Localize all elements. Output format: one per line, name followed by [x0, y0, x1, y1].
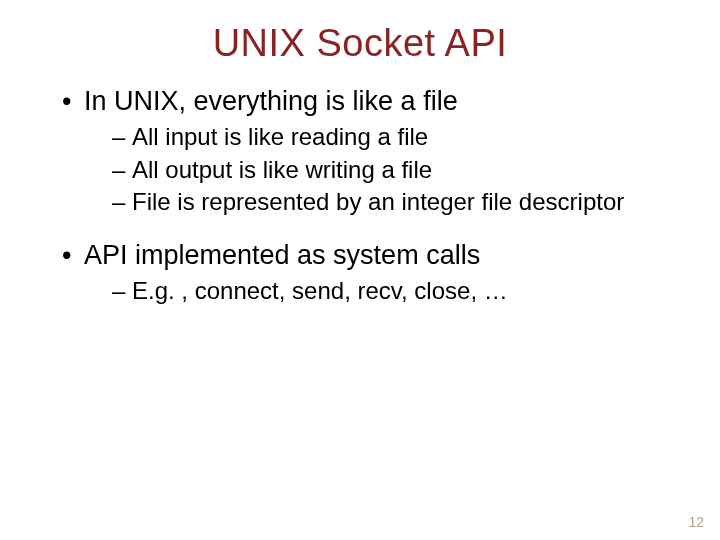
slide-title: UNIX Socket API: [0, 0, 720, 65]
sub-bullet-item: E.g. , connect, send, recv, close, …: [112, 275, 670, 307]
sub-bullet-item: File is represented by an integer file d…: [112, 186, 670, 218]
sub-bullet-item: All input is like reading a file: [112, 121, 670, 153]
sub-bullet-list: All input is like reading a file All out…: [84, 121, 670, 218]
page-number: 12: [688, 514, 704, 530]
sub-bullet-list: E.g. , connect, send, recv, close, …: [84, 275, 670, 307]
sub-bullet-item: All output is like writing a file: [112, 154, 670, 186]
slide-body: In UNIX, everything is like a file All i…: [0, 65, 720, 307]
bullet-text: API implemented as system calls: [84, 240, 480, 270]
bullet-text: In UNIX, everything is like a file: [84, 86, 458, 116]
bullet-item: In UNIX, everything is like a file All i…: [62, 83, 670, 219]
bullet-list: In UNIX, everything is like a file All i…: [62, 83, 670, 307]
bullet-item: API implemented as system calls E.g. , c…: [62, 237, 670, 308]
slide: UNIX Socket API In UNIX, everything is l…: [0, 0, 720, 540]
sub-bullet-text: All input is like reading a file: [132, 123, 428, 150]
sub-bullet-text: E.g. , connect, send, recv, close, …: [132, 277, 508, 304]
sub-bullet-text: All output is like writing a file: [132, 156, 432, 183]
sub-bullet-text: File is represented by an integer file d…: [132, 188, 624, 215]
